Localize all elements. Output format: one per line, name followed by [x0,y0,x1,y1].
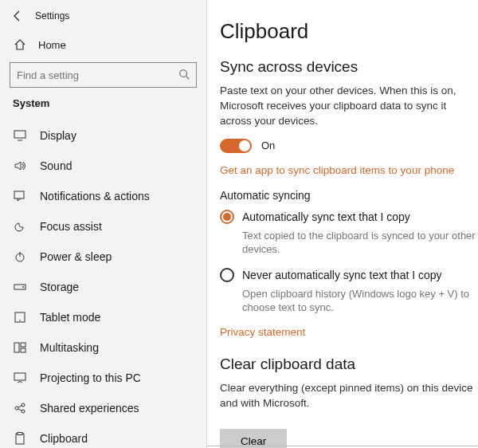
sidebar-item-sound[interactable]: Sound [10,151,197,181]
sidebar-item-tablet[interactable]: Tablet mode [10,302,197,332]
svg-line-18 [18,406,22,407]
privacy-link[interactable]: Privacy statement [220,326,305,338]
svg-rect-13 [21,348,25,352]
sync-toggle-label: On [261,140,275,151]
sidebar-nav: Display Sound Notifications & actions Fo… [10,120,197,448]
svg-rect-21 [18,433,22,435]
nav-label: Display [40,129,76,142]
sidebar-item-focus-assist[interactable]: Focus assist [10,211,197,242]
search-box[interactable] [10,62,197,88]
nav-label: Clipboard [40,432,88,445]
nav-label: Projecting to this PC [40,371,141,384]
home-icon [13,38,27,51]
page-title: Clipboard [220,19,478,44]
search-input[interactable] [17,69,178,81]
sync-toggle-row: On [220,139,478,153]
radio-label: Never automatically sync text that I cop… [242,269,442,281]
nav-label: Power & sleep [40,250,112,263]
radio-label: Automatically sync text that I copy [242,210,410,223]
home-label: Home [38,39,66,51]
radio-desc: Open clipboard history (Windows logo key… [242,287,478,315]
sound-icon [13,159,27,172]
sidebar-item-multitasking[interactable]: Multitasking [10,332,197,363]
nav-label: Focus assist [40,220,102,233]
projecting-icon [13,371,27,384]
clear-heading: Clear clipboard data [220,356,478,373]
focus-assist-icon [13,220,27,233]
back-button[interactable] [11,10,24,22]
window-title: Settings [35,10,69,22]
sidebar-item-notifications[interactable]: Notifications & actions [10,181,197,211]
svg-rect-11 [14,343,19,352]
sidebar-item-display[interactable]: Display [10,120,197,151]
svg-line-1 [186,76,190,79]
svg-point-15 [15,407,18,410]
radio-icon-unselected [220,268,234,282]
storage-icon [13,281,27,293]
get-app-link[interactable]: Get an app to sync clipboard items to yo… [220,164,454,176]
radio-desc: Text copied to the clipboard is synced t… [242,229,478,257]
sidebar-home[interactable]: Home [10,32,197,57]
search-icon [178,69,190,82]
clear-desc: Clear everything (except pinned items) o… [220,381,478,411]
sidebar-item-clipboard[interactable]: Clipboard [10,423,197,448]
sidebar-section-label: System [10,88,197,116]
display-icon [13,129,27,142]
sidebar-item-power[interactable]: Power & sleep [10,242,197,272]
nav-label: Multitasking [40,341,99,354]
svg-point-17 [22,410,25,413]
shared-icon [13,402,27,415]
nav-label: Sound [40,159,72,172]
nav-label: Shared experiences [40,402,139,415]
radio-option-never[interactable]: Never automatically sync text that I cop… [220,268,478,315]
sidebar-item-projecting[interactable]: Projecting to this PC [10,363,197,393]
sync-toggle[interactable] [220,139,252,153]
svg-point-0 [180,69,187,77]
radio-option-auto[interactable]: Automatically sync text that I copy Text… [220,210,478,257]
sync-desc: Paste text on your other devices. When t… [220,84,478,129]
radio-icon-selected [220,210,234,224]
nav-label: Notifications & actions [40,190,150,202]
sidebar-header: Settings [0,6,206,26]
svg-point-16 [22,403,25,407]
nav-label: Storage [40,281,79,293]
multitasking-icon [13,341,27,354]
sync-heading: Sync across devices [220,58,478,76]
svg-point-8 [22,286,24,288]
power-icon [13,250,27,263]
sidebar-item-storage[interactable]: Storage [10,272,197,302]
svg-point-10 [19,320,21,321]
auto-sync-heading: Automatic syncing [220,189,478,202]
svg-rect-4 [14,191,24,198]
svg-rect-2 [14,131,25,138]
nav-label: Tablet mode [40,311,100,324]
svg-rect-12 [21,343,25,347]
notifications-icon [13,190,27,202]
main-content: Clipboard Sync across devices Paste text… [207,0,478,448]
svg-rect-14 [14,373,25,380]
sidebar-item-shared[interactable]: Shared experiences [10,393,197,423]
svg-line-19 [18,409,22,411]
tablet-icon [13,311,27,324]
clipboard-icon [13,432,27,445]
sidebar: Settings Home System Display Sound [0,0,207,448]
